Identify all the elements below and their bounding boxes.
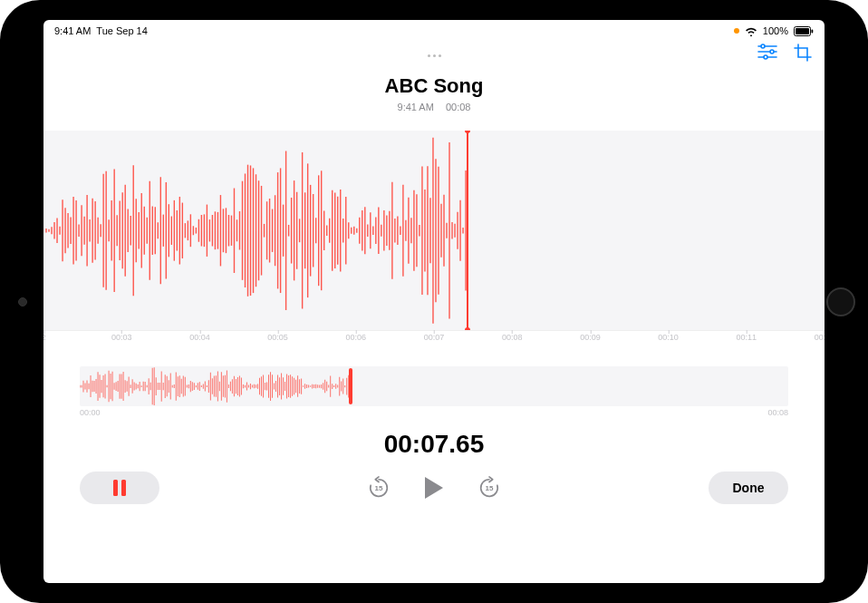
svg-rect-2	[812, 29, 814, 33]
ruler-tick: 00:03	[111, 333, 132, 342]
svg-point-7	[770, 50, 774, 53]
multitask-dots-icon[interactable]	[428, 54, 441, 57]
status-left: 9:41 AM Tue Sep 14	[54, 25, 148, 36]
ruler-tick: 2	[43, 333, 46, 342]
ruler-tick: 00:08	[502, 333, 523, 342]
battery-percent: 100%	[763, 25, 788, 36]
play-button[interactable]	[423, 476, 445, 500]
svg-rect-314	[121, 480, 126, 496]
pause-record-button[interactable]	[80, 472, 159, 504]
overview-end: 00:08	[767, 408, 788, 417]
ruler-tick: 00:09	[580, 333, 601, 342]
status-bar: 9:41 AM Tue Sep 14 100%	[43, 20, 825, 42]
skip-back-label: 15	[375, 484, 383, 492]
recording-duration: 00:08	[446, 102, 471, 112]
ruler-tick: 00:07	[424, 333, 445, 342]
ruler-tick: 00:05	[267, 333, 288, 342]
ruler-tick: 00:10	[658, 333, 679, 342]
status-right: 100%	[734, 25, 814, 36]
home-button[interactable]	[826, 287, 855, 316]
wifi-icon	[745, 26, 757, 36]
playhead-overview[interactable]	[349, 368, 352, 404]
skip-forward-button[interactable]: 15	[477, 476, 501, 500]
app-header	[43, 42, 825, 69]
current-time: 00:07.65	[43, 430, 825, 459]
overview-start: 00:00	[80, 408, 101, 417]
recording-title-block: ABC Song 9:41 AM 00:08	[43, 74, 825, 112]
pause-icon	[112, 480, 127, 496]
ruler-tick: 00:06	[346, 333, 367, 342]
battery-icon	[794, 26, 814, 36]
recording-title[interactable]: ABC Song	[43, 74, 825, 98]
overview-labels: 00:00 00:08	[80, 408, 788, 417]
svg-rect-313	[113, 480, 118, 496]
done-button[interactable]: Done	[709, 472, 788, 504]
playback-controls: 15 15 Done	[80, 472, 788, 504]
waveform-overview[interactable]	[80, 366, 788, 406]
play-icon	[423, 476, 445, 500]
crop-icon[interactable]	[794, 44, 812, 62]
screen: 9:41 AM Tue Sep 14 100%	[43, 20, 825, 583]
ruler-tick: 00:12	[815, 333, 825, 342]
time-ruler: 200:0300:0400:0500:0600:0700:0800:0900:1…	[43, 330, 825, 350]
header-actions	[757, 44, 812, 62]
recording-time: 9:41 AM	[398, 102, 434, 112]
svg-rect-1	[796, 28, 809, 34]
svg-point-8	[764, 55, 767, 59]
waveform-overview-svg	[80, 366, 788, 406]
status-date: Tue Sep 14	[96, 25, 147, 36]
skip-forward-label: 15	[486, 484, 494, 492]
ruler-tick: 00:04	[189, 333, 210, 342]
playhead-main[interactable]	[467, 131, 468, 330]
recording-subtitle: 9:41 AM 00:08	[43, 102, 825, 112]
svg-point-6	[761, 44, 765, 48]
ruler-tick: 00:11	[737, 333, 757, 342]
recording-indicator-icon	[734, 28, 739, 34]
ipad-frame: 9:41 AM Tue Sep 14 100%	[0, 0, 868, 603]
sliders-icon[interactable]	[757, 44, 777, 62]
skip-back-button[interactable]: 15	[367, 476, 391, 500]
waveform-main[interactable]	[43, 131, 825, 330]
status-time: 9:41 AM	[54, 25, 91, 36]
waveform-main-svg	[43, 131, 825, 330]
front-camera	[18, 297, 27, 306]
